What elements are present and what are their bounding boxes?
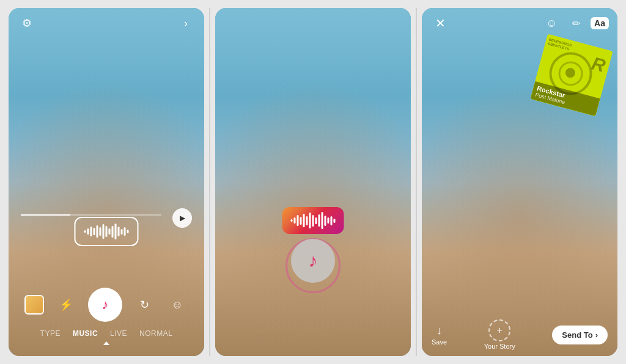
waveform-sticker-playing[interactable] xyxy=(282,207,344,234)
send-to-label: Send To xyxy=(562,330,592,340)
tab-live[interactable]: LIVE xyxy=(110,329,127,338)
your-story-button[interactable]: + Your Story xyxy=(484,319,515,350)
text-button[interactable]: Aa xyxy=(591,17,609,29)
send-to-icon: › xyxy=(595,330,598,340)
play-button[interactable]: ▶ xyxy=(172,208,192,228)
music-button[interactable]: ♪ xyxy=(88,288,122,322)
panel-music-playing: ♪ xyxy=(215,8,411,356)
save-label: Save xyxy=(432,338,447,346)
bottom-bar: ⚡ ♪ ↻ ☺ TYPE MUSIC LIVE NORMAL xyxy=(9,283,204,356)
your-story-circle: + xyxy=(488,319,510,341)
toolbar-icons: ⚡ ♪ ↻ ☺ xyxy=(9,283,204,327)
pencil-icon[interactable]: ✏ xyxy=(566,13,586,33)
tab-music[interactable]: MUSIC xyxy=(73,329,98,338)
face-icon[interactable]: ☺ xyxy=(166,294,188,316)
save-button[interactable]: ↓ Save xyxy=(432,324,447,346)
waveform-sticker[interactable] xyxy=(75,217,139,246)
panel-share: ✕ ☺ ✏ Aa R BEERBONGS&BENTLEYS Rockstar xyxy=(422,8,617,356)
close-icon[interactable]: ✕ xyxy=(430,13,450,33)
top-bar-share: ✕ ☺ ✏ Aa xyxy=(422,8,617,38)
tab-normal[interactable]: NORMAL xyxy=(139,329,172,338)
top-right-icons: ☺ ✏ Aa xyxy=(542,13,609,33)
panel-camera-music: ⚙ › ▶ ⚡ xyxy=(9,8,204,356)
top-bar: ⚙ › xyxy=(9,8,204,38)
sticker-icon[interactable]: ☺ xyxy=(542,13,561,33)
save-icon: ↓ xyxy=(436,324,442,337)
tab-indicator xyxy=(9,341,204,345)
music-circle-button[interactable]: ♪ xyxy=(291,239,335,283)
waveform-bars xyxy=(84,223,129,240)
refresh-icon[interactable]: ↻ xyxy=(133,294,155,316)
progress-fill xyxy=(21,214,70,216)
people-overlay xyxy=(215,8,411,356)
chevron-right-icon[interactable]: › xyxy=(176,13,196,33)
waveform-bars xyxy=(291,212,336,229)
divider-1 xyxy=(209,8,210,356)
your-story-label: Your Story xyxy=(484,343,515,350)
tab-type[interactable]: TYPE xyxy=(40,329,61,338)
gallery-thumbnail[interactable] xyxy=(24,295,44,315)
send-to-button[interactable]: Send To › xyxy=(552,326,608,344)
bottom-bar-share: ↓ Save + Your Story Send To › xyxy=(422,313,617,356)
music-note-icon: ♪ xyxy=(309,250,318,271)
progress-bar xyxy=(21,214,161,216)
divider-2 xyxy=(416,8,417,356)
mode-tabs: TYPE MUSIC LIVE NORMAL xyxy=(9,327,204,340)
settings-icon[interactable]: ⚙ xyxy=(17,13,37,33)
bolt-icon[interactable]: ⚡ xyxy=(55,294,77,316)
